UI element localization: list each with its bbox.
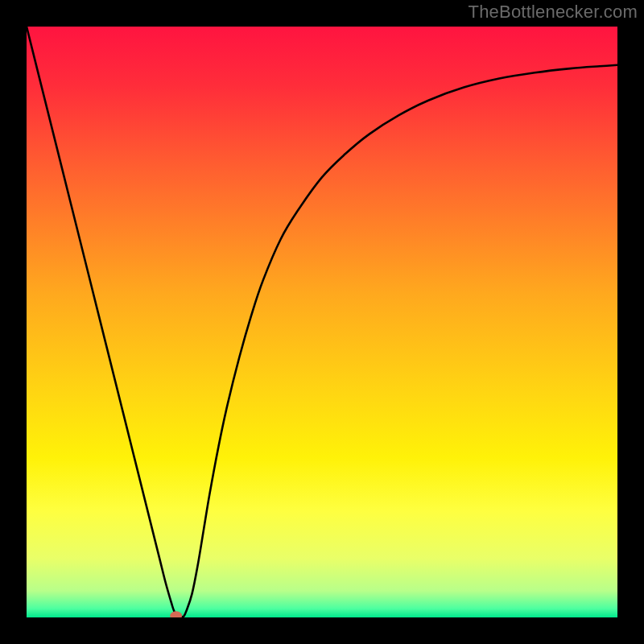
plot-area xyxy=(27,27,617,617)
curve-layer xyxy=(27,27,617,617)
attribution-text: TheBottleneсker.com xyxy=(469,2,638,23)
chart-frame: TheBottleneсker.com xyxy=(0,0,644,644)
bottleneck-curve xyxy=(27,27,617,617)
minimum-marker xyxy=(171,612,182,617)
